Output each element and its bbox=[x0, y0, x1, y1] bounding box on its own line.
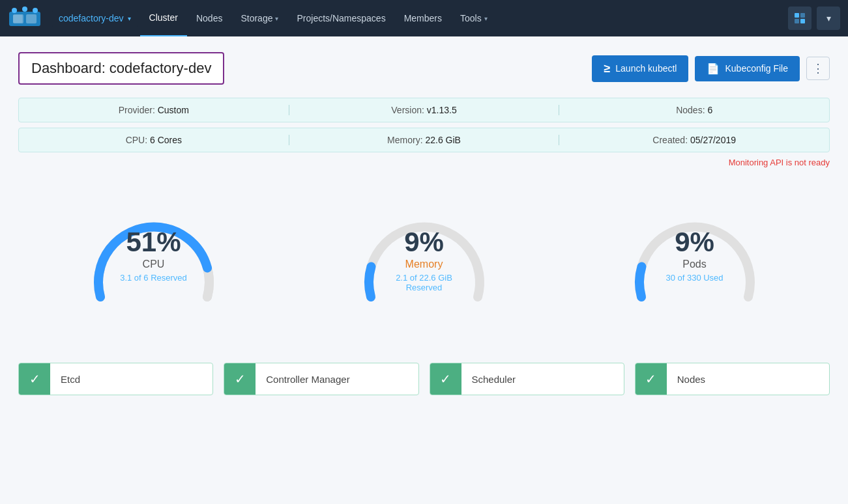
nodes-cell: Nodes: 6 bbox=[559, 105, 829, 115]
cpu-gauge: 51% CPU 3.1 of 6 Reserved bbox=[63, 189, 245, 320]
memory-gauge-center: 9% Memory 2.1 of 22.6 GiB Reserved bbox=[379, 229, 470, 292]
svg-point-4 bbox=[22, 7, 27, 12]
svg-point-3 bbox=[12, 8, 17, 13]
navbar: codefactory-dev Cluster Nodes Storage ▾ … bbox=[0, 0, 848, 36]
controller-manager-label: Controller Manager bbox=[256, 374, 360, 385]
nav-item-tools[interactable]: Tools ▾ bbox=[451, 0, 497, 36]
kubectl-icon: ≥ bbox=[604, 62, 610, 76]
monitoring-status: Monitoring API is not ready bbox=[18, 158, 830, 167]
svg-rect-2 bbox=[26, 14, 37, 23]
tools-dropdown-icon: ▾ bbox=[484, 15, 488, 22]
page-header: Dashboard: codefactory-dev ≥ Launch kube… bbox=[18, 52, 830, 85]
status-card-nodes: ✓ Nodes bbox=[635, 363, 830, 395]
pods-gauge: 9% Pods 30 of 330 Used bbox=[604, 189, 786, 320]
memory-gauge: 9% Memory 2.1 of 22.6 GiB Reserved bbox=[333, 189, 516, 320]
nav-right: ▾ bbox=[788, 7, 840, 30]
svg-rect-9 bbox=[795, 19, 799, 23]
header-buttons: ≥ Launch kubectl 📄 Kubeconfig File ⋮ bbox=[592, 55, 830, 82]
svg-rect-7 bbox=[795, 13, 799, 18]
etcd-label: Etcd bbox=[50, 374, 91, 385]
svg-rect-10 bbox=[800, 19, 805, 23]
more-options-button[interactable]: ⋮ bbox=[806, 57, 830, 80]
status-card-scheduler: ✓ Scheduler bbox=[430, 363, 624, 395]
scheduler-status-icon: ✓ bbox=[430, 363, 461, 395]
status-card-etcd: ✓ Etcd bbox=[18, 363, 213, 395]
nav-items: Cluster Nodes Storage ▾ Projects/Namespa… bbox=[140, 0, 788, 36]
cpu-cell: CPU: 6 Cores bbox=[19, 135, 289, 145]
cluster-selector-label: codefactory-dev bbox=[59, 13, 124, 23]
doc-icon: 📄 bbox=[707, 63, 720, 75]
svg-rect-6 bbox=[13, 15, 22, 23]
svg-point-5 bbox=[33, 8, 38, 13]
cluster-selector[interactable]: codefactory-dev bbox=[52, 9, 138, 27]
created-cell: Created: 05/27/2019 bbox=[559, 135, 829, 145]
page-title: Dashboard: codefactory-dev bbox=[18, 52, 224, 85]
nav-more-button[interactable]: ▾ bbox=[817, 7, 840, 30]
version-cell: Version: v1.13.5 bbox=[289, 105, 560, 115]
storage-dropdown-icon: ▾ bbox=[275, 15, 278, 22]
gauges-row: 51% CPU 3.1 of 6 Reserved 9% Memory 2.1 … bbox=[18, 176, 830, 339]
nav-item-cluster[interactable]: Cluster bbox=[140, 0, 187, 36]
cluster-info-row2: CPU: 6 Cores Memory: 22.6 GiB Created: 0… bbox=[18, 128, 830, 152]
nav-item-projects[interactable]: Projects/Namespaces bbox=[287, 0, 394, 36]
nodes-status-icon: ✓ bbox=[636, 363, 667, 395]
app-logo bbox=[8, 5, 47, 31]
nav-item-storage[interactable]: Storage ▾ bbox=[231, 0, 287, 36]
scheduler-label: Scheduler bbox=[461, 374, 527, 385]
controller-manager-status-icon: ✓ bbox=[224, 363, 256, 395]
nav-item-nodes[interactable]: Nodes bbox=[187, 0, 231, 36]
svg-rect-8 bbox=[800, 13, 805, 18]
pods-gauge-center: 9% Pods 30 of 330 Used bbox=[665, 229, 723, 283]
cluster-info-row1: Provider: Custom Version: v1.13.5 Nodes:… bbox=[18, 98, 830, 122]
kubeconfig-button[interactable]: 📄 Kubeconfig File bbox=[695, 56, 800, 81]
main-content: Dashboard: codefactory-dev ≥ Launch kube… bbox=[0, 36, 848, 424]
provider-cell: Provider: Custom bbox=[19, 105, 289, 115]
puzzle-icon-button[interactable] bbox=[788, 7, 811, 30]
launch-kubectl-button[interactable]: ≥ Launch kubectl bbox=[592, 55, 688, 82]
cpu-gauge-center: 51% CPU 3.1 of 6 Reserved bbox=[120, 229, 187, 283]
nodes-label: Nodes bbox=[667, 374, 716, 385]
status-cards: ✓ Etcd ✓ Controller Manager ✓ Scheduler … bbox=[18, 363, 830, 395]
ellipsis-icon: ⋮ bbox=[812, 61, 824, 76]
etcd-status-icon: ✓ bbox=[19, 363, 50, 395]
status-card-controller-manager: ✓ Controller Manager bbox=[224, 363, 418, 395]
nav-item-members[interactable]: Members bbox=[395, 0, 451, 36]
memory-cell: Memory: 22.6 GiB bbox=[289, 135, 560, 145]
